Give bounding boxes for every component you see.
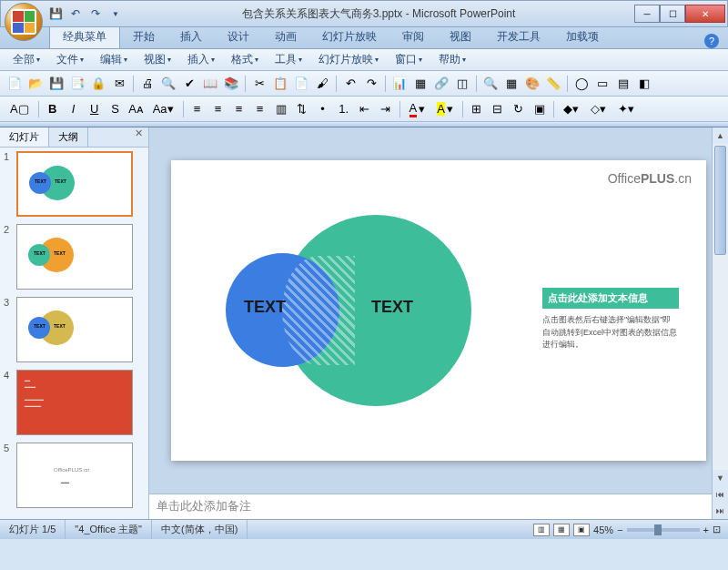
ribbon-tab-slideshow[interactable]: 幻灯片放映 bbox=[309, 25, 389, 48]
fontsize-button[interactable]: Aᴀ bbox=[127, 100, 146, 118]
rotate-button[interactable]: ↻ bbox=[510, 100, 528, 118]
group-button[interactable]: ⊞ bbox=[468, 100, 486, 118]
notes-pane[interactable]: 单击此处添加备注 bbox=[149, 494, 728, 519]
copy-icon[interactable]: 📋 bbox=[271, 75, 289, 93]
indent-dec-button[interactable]: ⇤ bbox=[356, 100, 374, 118]
ungroup-button[interactable]: ⊟ bbox=[489, 100, 507, 118]
menu-edit[interactable]: 编辑▾ bbox=[93, 50, 135, 69]
menu-file[interactable]: 文件▾ bbox=[49, 50, 91, 69]
layout-icon[interactable]: ▤ bbox=[614, 75, 632, 93]
ribbon-tab-design[interactable]: 设计 bbox=[215, 25, 262, 48]
menu-all[interactable]: 全部▾ bbox=[5, 50, 47, 69]
ribbon-tab-insert[interactable]: 插入 bbox=[167, 25, 215, 48]
ruler-icon[interactable]: 📏 bbox=[544, 75, 562, 93]
zoom-level[interactable]: 45% bbox=[593, 524, 613, 535]
prev-slide-icon[interactable]: ⏮ bbox=[713, 486, 728, 503]
status-language[interactable]: 中文(简体，中国) bbox=[152, 520, 248, 539]
align-justify-button[interactable]: ≡ bbox=[251, 100, 269, 118]
menu-help[interactable]: 帮助▾ bbox=[431, 50, 473, 69]
italic-button[interactable]: I bbox=[65, 100, 83, 118]
menu-view[interactable]: 视图▾ bbox=[136, 50, 178, 69]
shapes-icon[interactable]: ◯ bbox=[572, 75, 591, 93]
table-icon[interactable]: ▦ bbox=[411, 75, 430, 93]
close-button[interactable]: ✕ bbox=[685, 5, 725, 23]
mail-icon[interactable]: ✉ bbox=[110, 75, 128, 93]
textbox-icon[interactable]: A▢ bbox=[5, 100, 34, 118]
slide[interactable]: OfficePLUS.cn TEXT TEXT 点击此处添加文本信息 点击图表然… bbox=[171, 160, 706, 461]
arrange-button[interactable]: ▣ bbox=[531, 100, 549, 118]
thesaurus-icon[interactable]: 📚 bbox=[222, 75, 240, 93]
bold-button[interactable]: B bbox=[44, 100, 62, 118]
undo-icon[interactable]: ↶ bbox=[68, 6, 83, 21]
thumbnail-2[interactable]: TEXTTEXT bbox=[16, 224, 133, 290]
zoom-out-button[interactable]: − bbox=[617, 524, 622, 535]
ribbon-tab-addins[interactable]: 加载项 bbox=[553, 25, 612, 48]
formatpainter-icon[interactable]: 🖌 bbox=[313, 75, 331, 93]
ribbon-tab-classic[interactable]: 经典菜单 bbox=[49, 25, 120, 48]
save-icon[interactable]: 💾 bbox=[48, 6, 63, 21]
menu-slideshow[interactable]: 幻灯片放映▾ bbox=[311, 50, 386, 69]
ribbon-tab-animation[interactable]: 动画 bbox=[262, 25, 309, 48]
ribbon-tab-view[interactable]: 视图 bbox=[437, 25, 484, 48]
shapeoutline-button[interactable]: ◇▾ bbox=[586, 100, 611, 118]
grid-icon[interactable]: ▦ bbox=[502, 75, 521, 93]
indent-inc-button[interactable]: ⇥ bbox=[377, 100, 395, 118]
color-icon[interactable]: 🎨 bbox=[523, 75, 541, 93]
view-sorter-button[interactable]: ▦ bbox=[553, 524, 570, 536]
redo-icon[interactable]: ↷ bbox=[362, 75, 380, 93]
fontcase-button[interactable]: Aa▾ bbox=[148, 100, 178, 118]
menu-window[interactable]: 窗口▾ bbox=[388, 50, 430, 69]
spellcheck-icon[interactable]: ✔ bbox=[180, 75, 198, 93]
menu-insert[interactable]: 插入▾ bbox=[180, 50, 222, 69]
shadow-button[interactable]: S bbox=[106, 100, 125, 118]
redo-icon[interactable]: ↷ bbox=[88, 6, 103, 21]
vertical-scrollbar[interactable]: ▲ ▼ ⏮ ⏭ bbox=[712, 127, 728, 519]
saveas-icon[interactable]: 📑 bbox=[68, 75, 86, 93]
fit-button[interactable]: ⊡ bbox=[713, 524, 721, 535]
next-slide-icon[interactable]: ⏭ bbox=[713, 503, 728, 519]
ribbon-tab-home[interactable]: 开始 bbox=[120, 25, 167, 48]
ribbon-tab-review[interactable]: 审阅 bbox=[389, 25, 437, 48]
open-icon[interactable]: 📂 bbox=[26, 75, 45, 93]
print-icon[interactable]: 🖨 bbox=[138, 75, 157, 93]
menu-format[interactable]: 格式▾ bbox=[224, 50, 266, 69]
numbering-button[interactable]: 1. bbox=[335, 100, 353, 118]
undo-icon[interactable]: ↶ bbox=[341, 75, 359, 93]
align-center-button[interactable]: ≡ bbox=[209, 100, 228, 118]
highlight-button[interactable]: A▾ bbox=[432, 100, 458, 118]
fontcolor-button[interactable]: A▾ bbox=[405, 100, 430, 118]
newslide-icon[interactable]: ▭ bbox=[593, 75, 612, 93]
thumb-panel-close[interactable]: ✕ bbox=[129, 127, 148, 147]
venn-label-2[interactable]: TEXT bbox=[371, 299, 408, 315]
scroll-thumb[interactable] bbox=[714, 146, 726, 255]
hyperlink-icon[interactable]: 🔗 bbox=[432, 75, 450, 93]
bullets-button[interactable]: • bbox=[314, 100, 332, 118]
design-icon[interactable]: ◧ bbox=[635, 75, 653, 93]
office-button[interactable] bbox=[5, 3, 43, 41]
object-icon[interactable]: ◫ bbox=[453, 75, 471, 93]
columns-button[interactable]: ▥ bbox=[272, 100, 290, 118]
status-theme[interactable]: "4_Office 主题" bbox=[66, 520, 152, 539]
new-icon[interactable]: 📄 bbox=[5, 75, 24, 93]
shapefill-button[interactable]: ◆▾ bbox=[559, 100, 583, 118]
thumbnail-4[interactable]: ━━━━━━━━━━━━━━━━━━━ bbox=[16, 370, 133, 435]
underline-button[interactable]: U bbox=[86, 100, 104, 118]
thumbnail-1[interactable]: TEXTTEXT bbox=[16, 151, 133, 217]
maximize-button[interactable]: ☐ bbox=[660, 5, 685, 23]
menu-tools[interactable]: 工具▾ bbox=[268, 50, 309, 69]
info-box[interactable]: 点击此处添加文本信息 点击图表然后右键选择"编辑数据"即自动跳转到Excel中对… bbox=[542, 288, 679, 351]
thumb-tab-slides[interactable]: 幻灯片 bbox=[0, 127, 49, 147]
thumbnail-3[interactable]: TEXTTEXT bbox=[16, 297, 133, 362]
save-icon[interactable]: 💾 bbox=[47, 75, 66, 93]
status-slide-count[interactable]: 幻灯片 1/5 bbox=[0, 520, 66, 539]
align-right-button[interactable]: ≡ bbox=[230, 100, 248, 118]
preview-icon[interactable]: 🔍 bbox=[159, 75, 177, 93]
view-normal-button[interactable]: ▥ bbox=[533, 524, 550, 536]
permission-icon[interactable]: 🔒 bbox=[89, 75, 107, 93]
minimize-button[interactable]: ─ bbox=[634, 5, 660, 23]
scroll-down-icon[interactable]: ▼ bbox=[713, 470, 728, 486]
thumbnail-5[interactable]: OfficePLUS.cn ━━━ bbox=[16, 443, 133, 508]
view-slideshow-button[interactable]: ▣ bbox=[573, 524, 590, 536]
thumb-tab-outline[interactable]: 大纲 bbox=[49, 127, 88, 147]
scroll-up-icon[interactable]: ▲ bbox=[713, 127, 728, 144]
